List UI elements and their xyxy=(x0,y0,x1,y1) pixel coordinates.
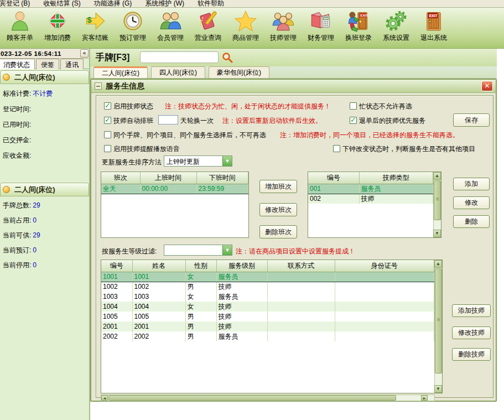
voice-label: 启用技师提醒播放语音 xyxy=(113,144,180,154)
edit-type-button[interactable]: 修改 xyxy=(453,196,490,209)
sidebar-tab-notes[interactable]: 便签 xyxy=(36,59,59,69)
staff-col-id[interactable]: 编号 xyxy=(101,260,132,272)
type-col-type[interactable]: 技师类型 xyxy=(359,172,433,184)
edit-shift-button[interactable]: 修改班次 xyxy=(259,203,297,216)
toolbar-add-consume-button[interactable]: 增加消费 xyxy=(39,10,76,46)
toolbar-customer-open-button[interactable]: 顾客开单 xyxy=(1,10,39,46)
toolbar-settings-button[interactable]: 系统设置 xyxy=(377,10,415,46)
member-icon xyxy=(159,10,181,32)
same-select-checkbox[interactable] xyxy=(104,131,111,138)
field-amount-due: 应收金额: xyxy=(3,151,33,160)
add-technician-button[interactable]: 添加技师 xyxy=(452,304,491,317)
toolbar-shift-login-button[interactable]: EXIT 换班登录 xyxy=(340,10,377,46)
restart-note: 注：设置后重新启动软件后生效。 xyxy=(222,116,322,126)
scroll-down-icon[interactable]: ▼ xyxy=(433,230,441,237)
toolbar-technician-button[interactable]: 技师管理 xyxy=(264,10,302,46)
scroll-right-icon[interactable]: ► xyxy=(421,395,428,401)
type-col-code[interactable]: 编号 xyxy=(308,172,359,184)
room-tab-deluxe[interactable]: 豪华包间(床位) xyxy=(209,66,269,78)
dialog-title-bar[interactable]: 服务生信息 ✕ xyxy=(91,80,496,93)
field-used-time: 已用时间: xyxy=(3,120,33,129)
offclock-label: 下钟改变状态时，判断服务生是否有其他项目 xyxy=(342,144,475,154)
attendant-info-dialog: 服务生信息 ✕ 启用技师状态 注：技师状态分为忙、闲，处于闲状态的才能提供服务！… xyxy=(90,79,497,402)
sort-method-select[interactable]: 上钟时更新 ▼ xyxy=(164,155,232,167)
add-shift-button[interactable]: 增加班次 xyxy=(259,180,297,193)
toolbar-finance-button[interactable]: 财务管理 xyxy=(302,10,340,46)
staff-row[interactable]: 10031003女服务员 xyxy=(101,292,434,302)
sidebar-tab-consume-status[interactable]: 消费状态 xyxy=(0,59,35,69)
rotation-days-input[interactable] xyxy=(158,115,178,125)
staff-row[interactable]: 10041004女技师 xyxy=(101,302,434,312)
menu-item-maintenance[interactable]: 系统维护 (W) xyxy=(145,0,184,8)
add-type-button[interactable]: 添加 xyxy=(453,178,490,190)
scroll-left-icon[interactable]: ◄ xyxy=(101,395,108,401)
staff-col-gender[interactable]: 性别 xyxy=(185,260,216,272)
shift-row[interactable]: 全天 00:00:00 23:59:59 xyxy=(101,184,248,194)
scroll-thumb[interactable] xyxy=(108,395,396,401)
staff-row[interactable]: 10011001女服务员 xyxy=(101,272,434,282)
room-tab-quad[interactable]: 四人间(床位) xyxy=(151,66,205,78)
refund-priority-checkbox[interactable] xyxy=(350,117,357,124)
scroll-down-icon[interactable]: ▼ xyxy=(434,385,442,393)
shift-col-name[interactable]: 班次 xyxy=(101,172,140,184)
search-magnifier-icon[interactable] xyxy=(222,52,233,63)
goods-star-icon xyxy=(235,10,257,32)
menu-item-help[interactable]: 软件帮助 xyxy=(198,0,224,8)
staff-table-scrollbar[interactable]: ▲ ▼ xyxy=(434,260,442,393)
type-row[interactable]: 001服务员 xyxy=(308,184,433,194)
staff-col-idcard[interactable]: 身份证号 xyxy=(335,260,434,272)
field-register-time: 登记时间: xyxy=(3,105,33,114)
delete-technician-button[interactable]: 删除技师 xyxy=(452,348,491,361)
staff-row[interactable]: 10021002男技师 xyxy=(101,282,434,292)
toolbar-member-button[interactable]: 会员管理 xyxy=(152,10,189,46)
technician-icon xyxy=(272,10,294,32)
toolbar-checkout-button[interactable]: $ 宾客结账 xyxy=(76,10,114,46)
offclock-checkbox[interactable] xyxy=(333,145,340,152)
staff-col-name[interactable]: 姓名 xyxy=(132,260,185,272)
toolbar-business-query-button[interactable]: 营业查询 xyxy=(189,10,227,46)
menu-item-cashier[interactable]: 收银结算 (S) xyxy=(43,0,80,8)
status-note: 注：技师状态分为忙、闲，处于闲状态的才能提供服务！ xyxy=(165,102,331,111)
scroll-up-icon[interactable]: ▲ xyxy=(433,172,441,180)
sidebar-tab-comms[interactable]: 通讯 xyxy=(60,59,84,69)
room-panel-header[interactable]: 二人间(床位) xyxy=(0,70,89,84)
menu-item-functions[interactable]: 功能选择 (G) xyxy=(94,0,132,8)
enable-status-checkbox[interactable] xyxy=(104,102,111,110)
toolbar-goods-button[interactable]: 商品管理 xyxy=(227,10,264,46)
staff-col-contact[interactable]: 联系方式 xyxy=(267,260,335,272)
staff-row[interactable]: 20022002男服务员 xyxy=(101,331,434,341)
scroll-thumb[interactable] xyxy=(434,180,441,220)
shift-col-start[interactable]: 上班时间 xyxy=(140,172,196,184)
level-filter-select[interactable]: ▼ xyxy=(164,245,232,256)
delete-shift-button[interactable]: 删除班次 xyxy=(259,225,297,238)
customer-open-icon xyxy=(9,10,31,32)
staff-row[interactable]: 10051005男技师 xyxy=(101,312,434,322)
hand-tag-search-input[interactable] xyxy=(140,51,219,63)
close-icon[interactable]: ✕ xyxy=(481,81,493,91)
field-billing: 标准计费:不计费 xyxy=(3,89,53,98)
type-table-scrollbar[interactable]: ▲ ▼ xyxy=(433,172,441,237)
type-row[interactable]: 002技师 xyxy=(308,194,433,204)
staff-table: 编号 姓名 性别 服务级别 联系方式 身份证号 10011001女服务员 100… xyxy=(101,260,443,393)
room-tab-double[interactable]: 二人间(床位) xyxy=(93,66,148,78)
shift-col-end[interactable]: 下班时间 xyxy=(196,172,248,184)
save-button[interactable]: 保存 xyxy=(453,113,490,127)
edit-technician-button[interactable]: 修改技师 xyxy=(452,326,491,339)
scroll-thumb[interactable] xyxy=(435,268,442,374)
auto-shift-checkbox[interactable] xyxy=(104,117,111,124)
sidebar-collapse-button[interactable]: « xyxy=(80,49,89,58)
menu-item-guest-register[interactable]: 来宾登记 (B) xyxy=(0,0,30,8)
staff-row[interactable]: 20012001男技师 xyxy=(101,322,434,331)
toolbar-reservation-button[interactable]: 预订管理 xyxy=(114,10,152,46)
field-occupied: 当前占用:0 xyxy=(3,216,37,225)
toolbar-exit-button[interactable]: EXIT 退出系统 xyxy=(415,10,453,46)
busy-no-reselect-checkbox[interactable] xyxy=(350,102,357,110)
staff-table-hscrollbar[interactable]: ◄ ► xyxy=(101,395,435,401)
settings-gears-icon xyxy=(385,10,407,32)
scroll-up-icon[interactable]: ▲ xyxy=(434,260,442,268)
voice-checkbox[interactable] xyxy=(104,145,111,152)
delete-type-button[interactable]: 删除 xyxy=(453,215,490,228)
sidebar-tabs: 消费状态 便签 通讯 xyxy=(0,59,89,69)
staff-col-level[interactable]: 服务级别 xyxy=(216,260,267,272)
stat-panel-header[interactable]: 二人间(床位) xyxy=(0,183,89,196)
